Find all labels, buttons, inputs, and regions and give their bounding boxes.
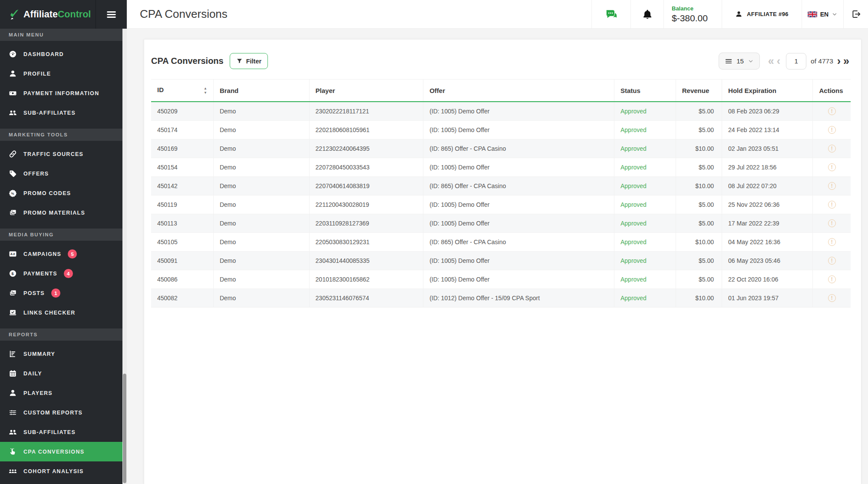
- info-icon[interactable]: [828, 107, 836, 115]
- column-header-actions: Actions: [813, 80, 851, 102]
- sidebar-item-sub-affiliates-report[interactable]: SUB-AFFILIATES: [0, 422, 127, 442]
- sidebar-item-dashboard[interactable]: DASHBOARD: [0, 44, 127, 64]
- cell-revenue: $5.00: [676, 252, 722, 270]
- sidebar-item-label: PROMO MATERIALS: [23, 210, 85, 216]
- app-logo[interactable]: AffiliateControl: [0, 0, 96, 29]
- sidebar-scrollbar[interactable]: [122, 29, 127, 484]
- info-icon[interactable]: [828, 294, 836, 302]
- cell-actions: [813, 233, 851, 252]
- cell-actions: [813, 102, 851, 121]
- sidebar-item-daily[interactable]: DAILY: [0, 364, 127, 383]
- column-header-player: Player: [309, 80, 423, 102]
- sidebar-item-label: CAMPAIGNS: [23, 251, 61, 257]
- cell-revenue: $5.00: [676, 196, 722, 214]
- balance-label: Balance: [672, 5, 693, 12]
- table-row: 450086 Demo 2010182300165862 (ID: 1005) …: [151, 270, 851, 289]
- notification-badge: 1: [51, 288, 60, 298]
- sidebar-item-profile[interactable]: PROFILE: [0, 64, 127, 83]
- chat-icon: [605, 8, 618, 21]
- sidebar-item-posts[interactable]: POSTS 1: [0, 283, 127, 303]
- cell-hold-expiration: 17 Mar 2022 22:39: [722, 214, 813, 233]
- notifications-button[interactable]: [630, 0, 663, 28]
- sidebar-item-players[interactable]: PLAYERS: [0, 383, 127, 403]
- last-page-button[interactable]: »: [842, 56, 851, 66]
- table-row: 450209 Demo 2302022218117121 (ID: 1005) …: [151, 102, 851, 121]
- chat-button[interactable]: [591, 0, 630, 28]
- cell-status: Approved: [614, 177, 676, 196]
- cell-actions: [813, 214, 851, 233]
- cell-status: Approved: [614, 121, 676, 139]
- prev-page-button[interactable]: ‹: [776, 56, 782, 66]
- cell-player: 2205030830129231: [309, 233, 423, 252]
- info-icon[interactable]: [828, 219, 836, 227]
- first-page-button[interactable]: «: [767, 56, 776, 66]
- info-icon[interactable]: [828, 201, 836, 209]
- sidebar-item-cohort-analysis[interactable]: COHORT ANALYSIS: [0, 461, 127, 481]
- sidebar-item-links-checker[interactable]: LINKS CHECKER: [0, 303, 127, 322]
- cell-actions: [813, 196, 851, 214]
- sidebar-item-label: PROMO CODES: [23, 190, 71, 196]
- sidebar-toggle-button[interactable]: [96, 0, 127, 29]
- funnel-icon: [236, 58, 243, 64]
- info-icon[interactable]: [828, 275, 836, 283]
- sidebar-item-traffic-sources[interactable]: TRAFFIC SOURCES: [0, 144, 127, 164]
- info-icon[interactable]: [828, 182, 836, 190]
- cell-status: Approved: [614, 270, 676, 289]
- info-icon[interactable]: [828, 238, 836, 246]
- sidebar-item-summary[interactable]: SUMMARY: [0, 344, 127, 364]
- cell-id: 450154: [151, 158, 213, 177]
- column-header-id[interactable]: ID ▲▼: [151, 80, 213, 102]
- cell-offer: (ID: 1012) Demo Offer - 15/09 CPA Sport: [423, 289, 614, 308]
- cell-offer: (ID: 865) Offer - CPA Casino: [423, 139, 614, 158]
- logout-button[interactable]: [843, 0, 868, 28]
- cell-status: Approved: [614, 196, 676, 214]
- cell-id: 450142: [151, 177, 213, 196]
- logo-bar: AffiliateControl: [0, 0, 127, 29]
- info-icon[interactable]: [828, 163, 836, 171]
- account-menu[interactable]: AFFILIATE #96: [722, 0, 802, 28]
- info-icon[interactable]: [828, 257, 836, 265]
- page-number-input[interactable]: [786, 53, 806, 70]
- cell-status: Approved: [614, 158, 676, 177]
- sidebar-item-payment-information[interactable]: PAYMENT INFORMATION: [0, 83, 127, 103]
- language-select[interactable]: EN: [802, 0, 843, 28]
- conversions-table-wrap: ID ▲▼ Brand Player Offer Status Revenue …: [144, 79, 861, 308]
- cell-offer: (ID: 1005) Demo Offer: [423, 102, 614, 121]
- sidebar-item-promo-codes[interactable]: PROMO CODES: [0, 183, 127, 203]
- sidebar-item-payments[interactable]: PAYMENTS 4: [0, 264, 127, 283]
- cell-player: 2304301440085335: [309, 252, 423, 270]
- sidebar-item-campaigns[interactable]: CAMPAIGNS 5: [0, 244, 127, 264]
- cell-id: 450113: [151, 214, 213, 233]
- cell-hold-expiration: 24 Feb 2022 13:14: [722, 121, 813, 139]
- sidebar-scrollbar-thumb[interactable]: [123, 374, 126, 483]
- cell-revenue: $10.00: [676, 233, 722, 252]
- app: AffiliateControl MAIN MENU DASHBOARD: [0, 0, 868, 484]
- sort-icon[interactable]: ▲▼: [204, 87, 207, 95]
- sidebar-item-promo-materials[interactable]: PROMO MATERIALS: [0, 203, 127, 222]
- conversions-table: ID ▲▼ Brand Player Offer Status Revenue …: [151, 79, 851, 308]
- next-page-button[interactable]: ›: [836, 56, 842, 66]
- filter-button[interactable]: Filter: [230, 53, 268, 69]
- info-icon[interactable]: [828, 145, 836, 152]
- user-icon: [735, 10, 743, 18]
- sidebar-item-label: OFFERS: [23, 171, 49, 177]
- cell-offer: (ID: 1005) Demo Offer: [423, 252, 614, 270]
- sidebar: AffiliateControl MAIN MENU DASHBOARD: [0, 0, 127, 484]
- sidebar-item-custom-reports[interactable]: CUSTOM REPORTS: [0, 403, 127, 422]
- info-icon[interactable]: [828, 126, 836, 134]
- nav-section: MAIN MENU DASHBOARD PROF: [0, 29, 127, 129]
- table-row: 450082 Demo 2305231146076574 (ID: 1012) …: [151, 289, 851, 308]
- cell-hold-expiration: 08 Jul 2022 07:20: [722, 177, 813, 196]
- sidebar-item-offers[interactable]: OFFERS: [0, 164, 127, 183]
- cell-actions: [813, 158, 851, 177]
- calendar-icon: [9, 369, 17, 378]
- column-header-hold-expiration: Hold Expiration: [722, 80, 813, 102]
- logo-text: AffiliateControl: [23, 9, 91, 20]
- sidebar-item-sub-affiliates[interactable]: SUB-AFFILIATES: [0, 103, 127, 123]
- notification-badge: 5: [68, 249, 77, 259]
- page-size-select[interactable]: 15: [719, 53, 760, 70]
- sidebar-item-label: PAYMENT INFORMATION: [23, 90, 99, 96]
- cell-revenue: $5.00: [676, 158, 722, 177]
- table-row: 450119 Demo 2211200430028019 (ID: 1005) …: [151, 196, 851, 214]
- sidebar-item-cpa-conversions[interactable]: CPA CONVERSIONS: [0, 442, 127, 461]
